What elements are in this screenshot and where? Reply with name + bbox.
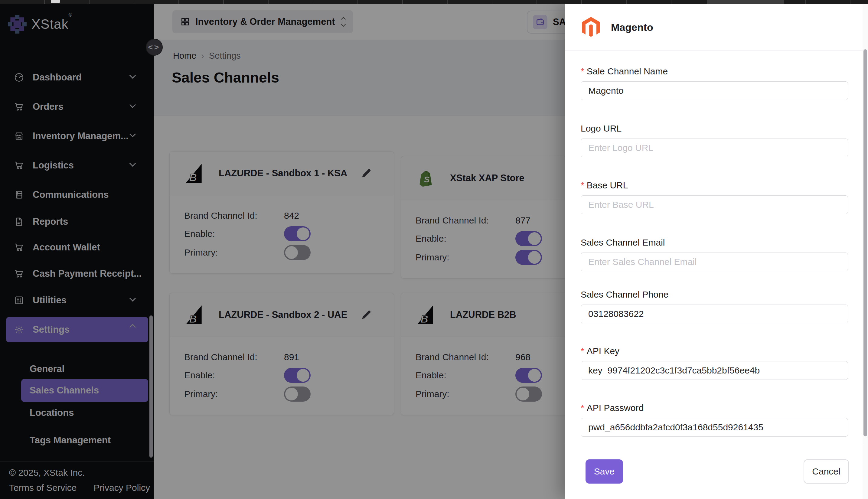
required-asterisk: * — [581, 403, 584, 413]
sales-channel-email-input[interactable] — [581, 253, 848, 271]
sale-channel-name-input[interactable] — [581, 81, 848, 100]
field-label: Base URL — [587, 180, 628, 190]
field-sales-channel-email: *Sales Channel Email — [581, 238, 848, 271]
drawer-title: Magento — [611, 22, 653, 33]
channel-config-drawer: Magento *Sale Channel Name *Logo URL *Ba… — [565, 4, 868, 499]
drawer-footer: Save Cancel — [565, 444, 868, 499]
magento-icon — [582, 17, 600, 37]
field-label: API Key — [587, 346, 620, 356]
field-label: API Password — [587, 403, 644, 413]
required-asterisk: * — [581, 346, 584, 356]
field-sales-channel-phone: *Sales Channel Phone — [581, 289, 848, 323]
field-base-url: *Base URL — [581, 180, 848, 214]
drawer-scrollbar-thumb[interactable] — [864, 49, 867, 436]
drawer-header: Magento — [565, 4, 868, 51]
app-window: XStak® Dashboard Orders Inventory Manage… — [0, 0, 868, 499]
tab-strip-notch — [51, 0, 60, 3]
save-button[interactable]: Save — [586, 459, 623, 484]
field-label: Sales Channel Email — [581, 238, 665, 247]
active-tab-segment — [707, 0, 784, 4]
required-asterisk: * — [581, 66, 584, 76]
field-sale-channel-name: *Sale Channel Name — [581, 66, 848, 100]
api-key-input[interactable] — [581, 361, 848, 380]
base-url-input[interactable] — [581, 195, 848, 214]
field-api-password: *API Password — [581, 403, 848, 437]
api-password-input[interactable] — [581, 418, 848, 437]
field-label: Logo URL — [581, 123, 622, 133]
required-asterisk: * — [581, 180, 584, 190]
modal-scrim[interactable] — [0, 4, 565, 499]
cancel-button[interactable]: Cancel — [804, 459, 849, 484]
drawer-scrollbar-track[interactable] — [863, 4, 868, 499]
browser-tab-strip — [0, 0, 868, 4]
logo-url-input[interactable] — [581, 138, 848, 157]
field-label: Sale Channel Name — [587, 66, 668, 76]
field-logo-url: *Logo URL — [581, 123, 848, 157]
field-api-key: *API Key — [581, 346, 848, 380]
field-label: Sales Channel Phone — [581, 289, 668, 300]
sales-channel-phone-input[interactable] — [581, 305, 848, 323]
